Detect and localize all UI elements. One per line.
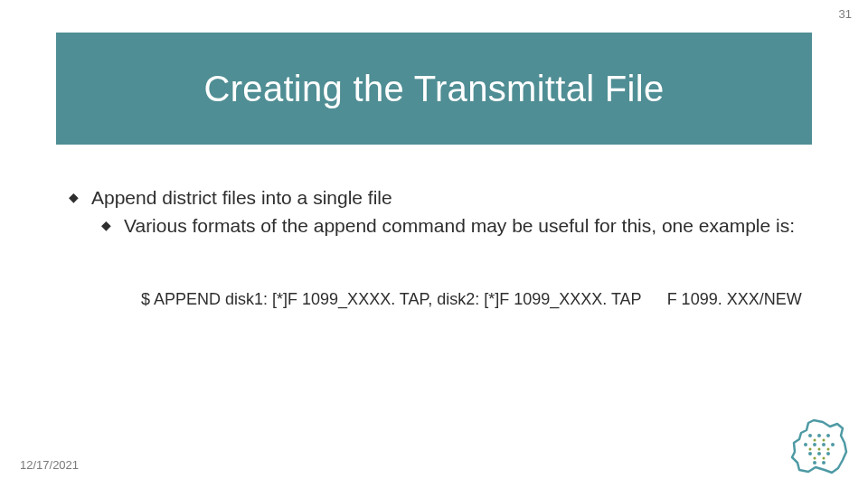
svg-point-16 [827,448,830,451]
page-number: 31 [839,7,852,21]
bullet-level-1: ◆ Append district files into a single fi… [69,185,810,210]
slide-title: Creating the Transmittal File [204,69,665,109]
svg-point-6 [831,443,835,446]
svg-point-14 [809,448,812,451]
svg-point-12 [814,439,816,442]
diamond-bullet-icon: ◆ [101,213,111,237]
svg-point-3 [804,443,807,446]
ohio-logo-icon [788,418,852,475]
bullet-1-text: Append district files into a single file [91,185,392,210]
svg-point-8 [817,452,821,455]
bullet-level-2: ◆ Various formats of the append command … [101,213,810,238]
svg-point-5 [822,443,826,446]
command-output: F 1099. XXX/NEW [667,290,802,309]
svg-point-10 [813,461,816,465]
svg-point-7 [808,452,812,455]
bullet-2-text: Various formats of the append command ma… [124,213,795,238]
svg-point-9 [826,452,830,455]
command-line: $ APPEND disk1: [*]F 1099_XXXX. TAP, dis… [141,290,810,309]
body-content: ◆ Append district files into a single fi… [69,185,810,309]
svg-point-15 [818,448,821,451]
diamond-bullet-icon: ◆ [69,185,79,209]
title-band: Creating the Transmittal File [56,33,812,145]
svg-point-18 [823,457,826,460]
svg-point-13 [823,439,826,442]
footer-date: 12/17/2021 [20,458,79,472]
svg-point-11 [822,461,826,465]
svg-point-1 [817,434,821,437]
svg-point-4 [813,443,816,446]
command-text: $ APPEND disk1: [*]F 1099_XXXX. TAP, dis… [141,290,642,309]
svg-point-0 [808,434,812,437]
svg-point-2 [826,434,830,437]
svg-point-17 [814,457,816,460]
